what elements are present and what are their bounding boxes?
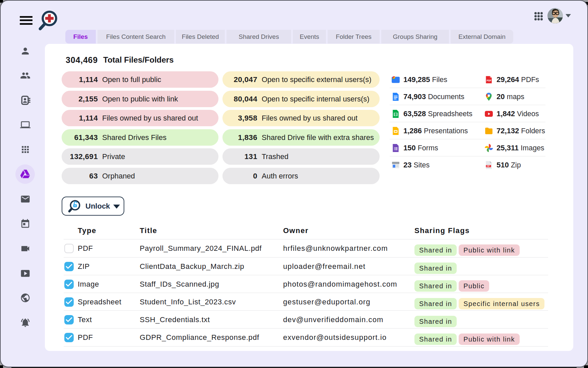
svg-text:ZIP: ZIP — [487, 165, 490, 167]
svg-text:PDF: PDF — [487, 79, 492, 82]
